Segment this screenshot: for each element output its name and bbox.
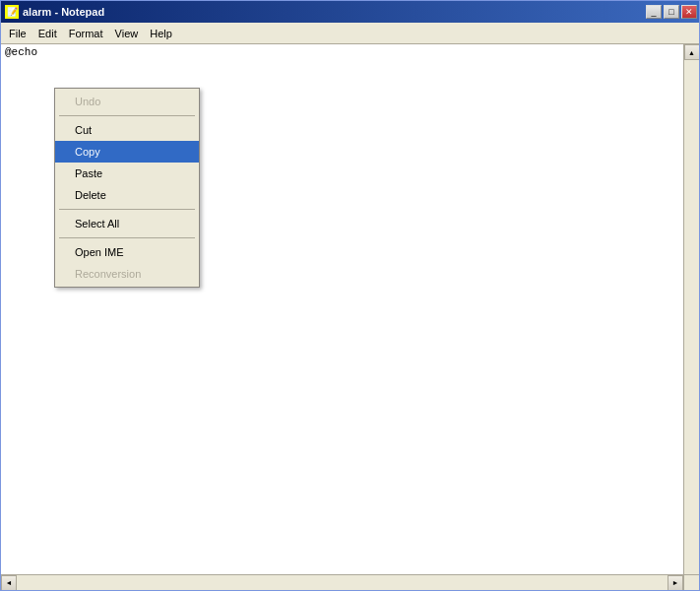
maximize-icon: □ [668,7,673,17]
context-menu-separator-2 [59,209,195,210]
scroll-left-icon: ◄ [6,579,13,586]
context-menu-copy[interactable]: Copy [55,141,199,163]
scroll-right-icon: ► [672,579,679,586]
editor-content: @echo [5,46,44,58]
scroll-track-vertical[interactable] [684,60,699,574]
scrollbar-corner [683,574,699,590]
notepad-window: 📝 alarm - Notepad _ □ ✕ File Edit Format… [0,0,700,591]
scroll-up-icon: ▲ [688,49,695,56]
minimize-button[interactable]: _ [646,5,662,19]
scroll-up-button[interactable]: ▲ [684,44,700,60]
context-menu-undo[interactable]: Undo [55,91,199,112]
title-bar-text: 📝 alarm - Notepad [5,5,104,19]
title-bar-controls: _ □ ✕ [646,5,697,19]
scroll-right-button[interactable]: ► [668,575,683,591]
editor-area[interactable]: @echo Undo Cut Copy Paste Delete Select … [1,44,699,590]
scrollbar-vertical: ▲ ▼ [683,44,699,590]
context-menu-open-ime[interactable]: Open IME [55,241,199,263]
scroll-left-button[interactable]: ◄ [1,575,17,591]
context-menu-separator-1 [59,115,195,116]
context-menu-cut[interactable]: Cut [55,119,199,141]
menu-help[interactable]: Help [144,23,178,43]
context-menu-delete[interactable]: Delete [55,184,199,206]
scrollbar-horizontal: ◄ ► [1,574,683,590]
menu-bar: File Edit Format View Help [1,23,699,44]
menu-file[interactable]: File [3,23,32,43]
minimize-icon: _ [651,7,656,17]
context-menu-paste[interactable]: Paste [55,163,199,184]
close-button[interactable]: ✕ [681,5,697,19]
context-menu-select-all[interactable]: Select All [55,213,199,234]
window-title: alarm - Notepad [23,6,104,18]
app-icon: 📝 [5,5,19,19]
maximize-button[interactable]: □ [664,5,679,19]
context-menu: Undo Cut Copy Paste Delete Select All Op… [54,88,200,288]
context-menu-reconversion[interactable]: Reconversion [55,263,199,285]
title-bar: 📝 alarm - Notepad _ □ ✕ [1,1,699,23]
menu-view[interactable]: View [109,23,145,43]
context-menu-separator-3 [59,237,195,238]
menu-edit[interactable]: Edit [32,23,63,43]
close-icon: ✕ [685,7,693,17]
menu-format[interactable]: Format [63,23,109,43]
